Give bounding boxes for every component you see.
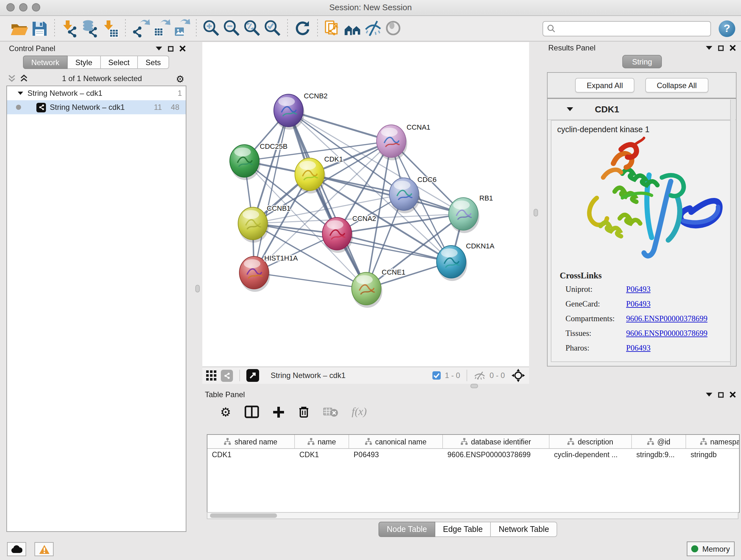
panel-menu-icon[interactable] [706, 393, 712, 396]
crosslink-label: Uniprot: [551, 285, 626, 294]
tab-sets[interactable]: Sets [138, 56, 169, 69]
clone-network-button[interactable] [322, 18, 343, 39]
panel-menu-icon[interactable] [156, 47, 162, 51]
network-tree-item[interactable]: String Network – cdk1 11 48 [7, 100, 186, 114]
first-neighbors-icon [343, 19, 362, 38]
zoom-out-button[interactable] [221, 18, 242, 39]
tab-select[interactable]: Select [100, 56, 138, 69]
network-node-ccna1[interactable] [377, 125, 407, 160]
show-columns-icon[interactable] [245, 406, 259, 418]
table-row[interactable]: CDK1CDK1P064939606.ENSP00000378699cyclin… [207, 449, 739, 462]
float-panel-icon[interactable] [718, 392, 724, 397]
collapse-all-icon[interactable] [8, 74, 16, 83]
save-session-button[interactable] [29, 18, 50, 39]
column-header-description[interactable]: description [549, 435, 632, 448]
network-node-ccnb2[interactable] [274, 94, 305, 130]
network-node-ccne1[interactable] [352, 272, 382, 308]
crosslink-value-link[interactable]: P06493 [626, 285, 650, 294]
import-table-file-button[interactable] [100, 18, 121, 39]
zoom-fit-button[interactable] [242, 18, 262, 39]
splitter-handle[interactable] [195, 285, 200, 293]
show-hide-graphics-button[interactable] [363, 18, 384, 39]
column-header-id[interactable]: @id [632, 435, 686, 448]
table-horizontal-scrollbar[interactable] [207, 512, 738, 519]
zoom-selected-button[interactable] [262, 18, 283, 39]
crosslink-label: Tissues: [551, 329, 626, 338]
table-cell: stringdb:9... [632, 449, 686, 462]
crosslink-value-link[interactable]: 9606.ENSP00000378699 [626, 314, 708, 324]
results-actions: Expand All Collapse All [547, 72, 737, 98]
splitter-handle[interactable] [470, 384, 478, 388]
search-input[interactable] [558, 23, 706, 34]
add-column-icon[interactable] [273, 406, 285, 418]
delete-column-icon[interactable] [298, 406, 310, 418]
expand-all-button[interactable]: Expand All [576, 78, 634, 92]
tab-style[interactable]: Style [68, 56, 100, 69]
tab-string[interactable]: String [622, 55, 662, 68]
float-panel-icon[interactable] [718, 45, 724, 51]
network-item-label: String Network – cdk1 [50, 103, 150, 112]
network-node-cdc25b[interactable] [230, 145, 260, 180]
delete-table-icon[interactable] [323, 407, 338, 417]
cloud-sync-button[interactable] [7, 542, 26, 556]
close-panel-icon[interactable] [730, 45, 736, 51]
column-header-name[interactable]: name [295, 435, 349, 448]
help-button[interactable]: ? [719, 20, 735, 37]
crosslink-value-link[interactable]: P06493 [626, 344, 650, 353]
close-panel-icon[interactable] [179, 45, 186, 52]
tree-expand-icon[interactable] [18, 91, 23, 95]
node-label: CCNA1 [407, 123, 430, 131]
collapse-all-button[interactable]: Collapse All [645, 78, 708, 92]
tab-node-table[interactable]: Node Table [379, 522, 435, 537]
search-field[interactable] [542, 21, 711, 36]
tab-network[interactable]: Network [23, 56, 68, 69]
selected-checkbox-icon[interactable] [432, 371, 441, 380]
results-scrollbar[interactable] [730, 100, 735, 365]
network-canvas[interactable]: CCNB2 CCNA1 CDC25B CDK1 CDC6 RB1 CCNB1 [202, 42, 529, 367]
table-options-gear-icon[interactable]: ⚙ [220, 406, 231, 418]
toolbar-separator [287, 19, 288, 38]
birds-eye-view-icon[interactable] [511, 368, 525, 382]
network-edge [254, 273, 366, 289]
export-image-button[interactable] [171, 18, 192, 39]
refresh-view-button[interactable] [292, 18, 313, 39]
string-view-icon[interactable] [221, 369, 233, 381]
close-panel-icon[interactable] [730, 391, 736, 398]
network-node-rb1[interactable] [449, 198, 479, 233]
network-node-cdk1[interactable] [295, 158, 326, 193]
column-header-namespace[interactable]: namespace [686, 435, 740, 448]
toolbar-separator [196, 19, 197, 38]
open-session-button[interactable] [9, 18, 29, 39]
tab-network-table[interactable]: Network Table [491, 522, 557, 537]
crosslink-value-link[interactable]: 9606.ENSP00000378699 [626, 329, 708, 338]
clone-network-icon [323, 19, 342, 38]
export-network-button[interactable] [130, 18, 151, 39]
memory-button[interactable]: Memory [687, 542, 735, 556]
network-tree-root[interactable]: String Network – cdk1 1 [7, 86, 186, 100]
first-neighbors-button[interactable] [343, 18, 363, 39]
function-builder-icon[interactable]: f(x) [352, 406, 367, 418]
column-header-canonicalname[interactable]: canonical name [349, 435, 443, 448]
network-node-cdkn1a[interactable] [436, 246, 467, 281]
splitter-handle[interactable] [534, 209, 538, 216]
import-network-file-button[interactable] [59, 18, 80, 39]
zoom-in-button[interactable] [201, 18, 221, 39]
control-panel: Control Panel NetworkStyleSelectSets 1 o… [3, 43, 190, 532]
open-in-window-icon[interactable] [246, 369, 259, 382]
panel-menu-icon[interactable] [706, 46, 712, 50]
crosslink-value-link[interactable]: P06493 [626, 300, 650, 309]
float-panel-icon[interactable] [168, 46, 174, 51]
node-table[interactable]: shared namenamecanonical namedatabase id… [207, 434, 740, 513]
tab-edge-table[interactable]: Edge Table [435, 522, 491, 537]
expand-all-icon[interactable] [20, 74, 28, 83]
import-network-database-button[interactable] [80, 18, 100, 39]
column-header-databaseidentifier[interactable]: database identifier [443, 435, 549, 448]
scrollbar-thumb[interactable] [210, 513, 277, 518]
network-options-gear-icon[interactable]: ⚙ [176, 74, 185, 83]
warnings-button[interactable] [35, 542, 54, 556]
column-header-sharedname[interactable]: shared name [207, 435, 295, 448]
grid-view-icon[interactable] [206, 370, 217, 381]
collapse-protein-icon[interactable] [567, 107, 573, 111]
export-table-button[interactable] [151, 18, 171, 39]
toggle-details-button[interactable] [384, 18, 404, 39]
